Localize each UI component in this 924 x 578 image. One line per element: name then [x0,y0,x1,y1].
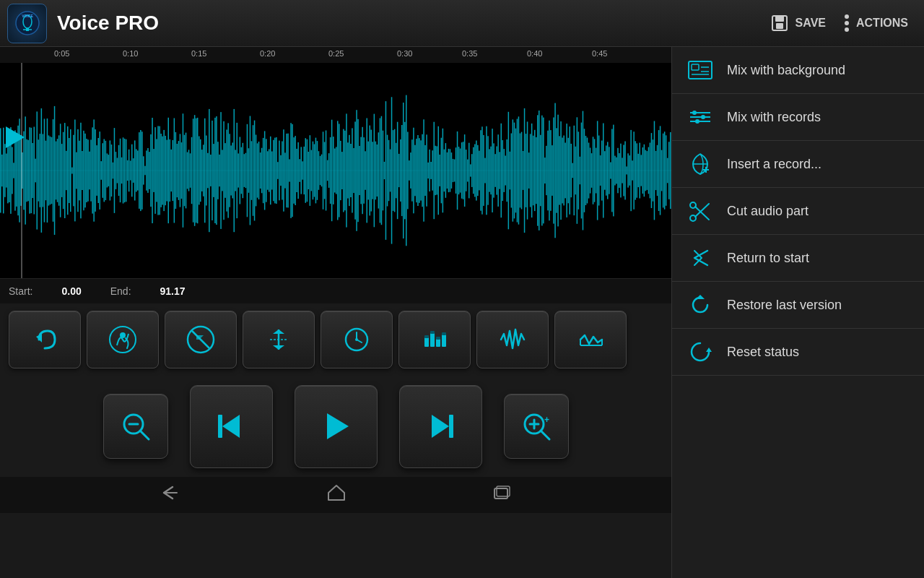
app-title: Voice PRO [57,12,761,35]
insert-record-icon [687,150,714,178]
svg-point-522 [701,115,705,119]
next-button[interactable] [399,385,482,468]
transport-controls: + [0,376,671,477]
return-start-icon [687,244,714,272]
time-button[interactable] [321,311,393,368]
svg-marker-503 [327,413,349,439]
actions-button[interactable]: ACTIONS [834,7,917,39]
menu-item-mix-records[interactable]: Mix with records [672,94,924,141]
svg-rect-7 [776,23,783,29]
svg-point-521 [692,111,697,115]
actions-label: ACTIONS [856,17,908,30]
svg-line-529 [695,204,709,217]
svg-rect-504 [449,415,453,438]
cut-audio-label: Cut audio part [727,204,808,219]
mix-records-icon [687,103,714,131]
svg-rect-493 [436,337,440,340]
svg-point-486 [355,338,358,341]
svg-point-9 [845,21,849,25]
dropdown-menu: Mix with background Mix with records [671,47,924,578]
waveform-display [0,63,671,278]
svg-rect-492 [430,331,435,334]
svg-rect-490 [442,334,446,347]
menu-item-insert-record[interactable]: Insert a record... [672,141,924,188]
menu-item-reset[interactable]: Reset status [672,329,924,376]
start-value: 0.00 [61,285,81,297]
mix-records-label: Mix with records [727,110,821,125]
tick-4: 0:25 [328,49,344,58]
waveform-fx-button[interactable] [476,311,549,368]
back-button[interactable] [160,484,181,506]
zoom-in-button[interactable]: + [504,394,569,459]
svg-marker-532 [706,348,712,352]
tick-6: 0:35 [462,49,477,58]
return-start-label: Return to start [727,251,809,266]
equalizer-button[interactable] [398,311,471,368]
svg-marker-531 [696,295,705,299]
noise-reduce-button[interactable] [87,311,159,368]
svg-line-507 [541,431,549,439]
tick-5: 0:30 [397,49,412,58]
play-position-indicator [6,126,25,148]
end-label: End: [110,285,131,297]
insert-record-label: Insert a record... [727,157,821,172]
svg-point-523 [695,119,699,124]
svg-rect-487 [424,337,429,347]
menu-item-restore[interactable]: Restore last version [672,282,924,329]
svg-rect-491 [424,335,429,338]
left-panel: 0:05 0:10 0:15 0:20 0:25 0:30 0:35 0:40 … [0,47,671,578]
svg-rect-501 [218,415,222,438]
svg-point-10 [845,27,849,32]
previous-button[interactable] [190,385,273,468]
svg-text:+: + [544,415,549,425]
tick-0: 0:05 [54,49,69,58]
recents-button[interactable] [492,483,512,507]
effects-button[interactable] [554,311,627,368]
end-value: 91.17 [160,285,186,297]
zoom-out-button[interactable] [103,394,168,459]
mix-background-label: Mix with background [727,63,845,78]
svg-rect-494 [442,332,446,335]
svg-marker-480 [273,329,284,334]
home-button[interactable] [326,483,347,507]
tick-8: 0:45 [592,49,607,58]
svg-point-8 [845,14,849,19]
svg-marker-502 [222,415,240,438]
start-label: Start: [9,285,32,297]
svg-rect-6 [775,16,784,22]
normalize-button[interactable] [243,311,315,368]
svg-point-476 [120,332,126,338]
svg-line-530 [695,207,709,220]
waveform-section[interactable]: 0:05 0:10 0:15 0:20 0:25 0:30 0:35 0:40 … [0,47,671,278]
main-content: 0:05 0:10 0:15 0:20 0:25 0:30 0:35 0:40 … [0,47,924,578]
reset-label: Reset status [727,345,799,360]
svg-marker-481 [273,345,284,350]
android-nav [0,477,671,513]
restore-label: Restore last version [727,298,842,313]
timeline: 0:05 0:10 0:15 0:20 0:25 0:30 0:35 0:40 … [0,47,671,63]
tick-2: 0:15 [191,49,206,58]
svg-marker-505 [432,415,449,438]
save-button[interactable]: SAVE [761,7,834,39]
menu-item-return-start[interactable]: Return to start [672,235,924,282]
svg-rect-514 [692,64,699,70]
svg-text:VOICE: VOICE [22,14,33,18]
restore-icon [687,291,714,319]
mix-background-icon [687,56,714,84]
play-button[interactable] [295,385,378,468]
app-logo: VOICE [7,4,47,43]
tick-3: 0:20 [260,49,275,58]
reset-icon [687,338,714,366]
cut-audio-icon [687,197,714,225]
tick-7: 0:40 [527,49,542,58]
undo-button[interactable] [9,311,81,368]
toolbar [0,303,671,376]
menu-item-cut-audio[interactable]: Cut audio part [672,188,924,235]
tick-1: 0:10 [123,49,138,58]
svg-line-478 [192,331,209,348]
status-bar: Start: 0.00 End: 91.17 [0,278,671,303]
mute-button[interactable] [165,311,237,368]
menu-item-mix-background[interactable]: Mix with background [672,47,924,94]
topbar: VOICE Voice PRO SAVE ACTIONS [0,0,924,47]
svg-line-499 [140,431,149,439]
